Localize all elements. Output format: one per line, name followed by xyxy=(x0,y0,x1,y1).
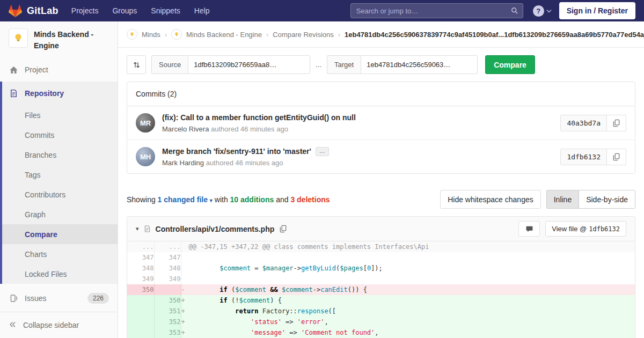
new-line-number[interactable]: ... xyxy=(154,241,181,252)
diff-line-marker: + xyxy=(181,327,189,338)
sidebar-item-commits[interactable]: Commits xyxy=(2,125,118,145)
swap-revisions-button[interactable] xyxy=(127,55,146,74)
commit-list: MR(fix): Call to a member function getEn… xyxy=(127,106,635,173)
breadcrumb-group[interactable]: Minds xyxy=(142,31,160,39)
old-line-number[interactable] xyxy=(127,327,154,338)
new-line-number[interactable]: 347 xyxy=(154,252,181,263)
old-line-number[interactable] xyxy=(127,317,154,327)
new-line-number[interactable]: 353 xyxy=(154,327,181,338)
commit-row: MR(fix): Call to a member function getEn… xyxy=(127,106,635,139)
commit-author-avatar: MH xyxy=(136,147,155,166)
sidebar-item-charts[interactable]: Charts xyxy=(2,244,118,264)
view-file-button[interactable]: View file @ 1dfb6132 xyxy=(545,221,626,237)
copy-sha-button[interactable] xyxy=(607,149,626,165)
commit-row: MHMerge branch 'fix/sentry-911' into 'ma… xyxy=(127,139,635,173)
old-line-number[interactable]: ... xyxy=(127,241,154,252)
new-line-number[interactable] xyxy=(154,284,181,295)
sidebar-item-files[interactable]: Files xyxy=(2,105,118,125)
new-line-number[interactable]: 351 xyxy=(154,306,181,317)
target-ref-input[interactable] xyxy=(361,55,478,74)
commit-title-link[interactable]: Merge branch 'fix/sentry-911' into 'mast… xyxy=(162,147,311,156)
old-line-number[interactable]: 349 xyxy=(127,274,154,284)
commit-author-link[interactable]: Marcelo Rivera xyxy=(162,125,209,133)
diff-line-add: 350+ if (!$comment) { xyxy=(127,295,635,306)
diff-line-ctx: 349349 xyxy=(127,274,635,284)
diff-line-content: + return Factory::response([ xyxy=(181,306,635,317)
sidebar-item-compare[interactable]: Compare xyxy=(2,224,118,244)
sidebar-item-branches[interactable]: Branches xyxy=(2,145,118,165)
group-avatar xyxy=(127,29,137,40)
old-line-number[interactable]: 348 xyxy=(127,263,154,274)
source-target-separator: ... xyxy=(316,61,321,69)
gitlab-tanuki-icon xyxy=(9,5,22,17)
collapse-sidebar-label: Collapse sidebar xyxy=(23,321,79,329)
diff-line-marker: - xyxy=(181,284,189,295)
sidebar-item-locked-files[interactable]: Locked Files xyxy=(2,264,118,284)
nav-projects[interactable]: Projects xyxy=(71,6,99,15)
sidebar-item-label: Project xyxy=(25,65,48,74)
nav-groups[interactable]: Groups xyxy=(112,6,137,15)
collapse-sidebar-button[interactable]: Collapse sidebar xyxy=(0,312,118,338)
diff-line-marker: + xyxy=(181,295,189,306)
copy-icon xyxy=(279,225,287,233)
compare-button[interactable]: Compare xyxy=(485,55,535,74)
old-line-number[interactable]: 347 xyxy=(127,252,154,263)
breadcrumb-project[interactable]: Minds Backend - Engine xyxy=(186,31,262,39)
with-label: with xyxy=(215,195,228,204)
help-menu[interactable]: ? xyxy=(533,5,552,17)
issues-count-badge: 226 xyxy=(87,293,109,304)
repo-subnav: FilesCommitsBranchesTagsContributorsGrap… xyxy=(2,105,118,284)
new-line-number[interactable]: 350 xyxy=(154,295,181,306)
inline-view-button[interactable]: Inline xyxy=(546,190,579,209)
diff-file-path[interactable]: Controllers/api/v1/comments.php xyxy=(156,225,275,233)
nav-help[interactable]: Help xyxy=(194,6,210,15)
diff-file-header: ▾ Controllers/api/v1/comments.php xyxy=(127,217,635,241)
search-input[interactable] xyxy=(350,3,523,18)
source-ref-input[interactable] xyxy=(188,55,310,74)
target-input-group: Target xyxy=(327,55,478,74)
collapse-diff-caret[interactable]: ▾ xyxy=(136,225,139,232)
additions-count: 10 additions xyxy=(230,195,274,204)
old-line-number[interactable] xyxy=(127,295,154,306)
sidebar-item-repository[interactable]: Repository xyxy=(2,82,118,105)
commit-sha: 1dfb6132 xyxy=(560,149,607,165)
new-line-number[interactable]: 352 xyxy=(154,317,181,327)
diff-line-content: + 'message' => 'Comment not found', xyxy=(181,327,635,338)
collapse-left-icon xyxy=(9,321,17,330)
hide-whitespace-button[interactable]: Hide whitespace changes xyxy=(440,190,541,209)
commits-panel: Commits (2) MR(fix): Call to a member fu… xyxy=(127,82,635,174)
compare-form: Source ... Target Compare xyxy=(127,55,635,74)
old-line-number[interactable] xyxy=(127,306,154,317)
diff-line-content: $comment = $manager->getByLuid($pages[0]… xyxy=(181,263,635,274)
main-content: Minds › Minds Backend - Engine › Compare… xyxy=(118,21,644,338)
sidebar-item-graph[interactable]: Graph xyxy=(2,204,118,224)
copy-file-path-button[interactable] xyxy=(279,225,287,233)
toggle-comments-button[interactable] xyxy=(518,221,540,237)
sidebar-project-header[interactable]: Minds Backend - Engine xyxy=(0,21,118,58)
sidebar-item-tags[interactable]: Tags xyxy=(2,165,118,185)
new-line-number[interactable]: 349 xyxy=(154,274,181,284)
changed-files-dropdown[interactable]: 1 changed file ▾ xyxy=(158,195,213,204)
global-search xyxy=(350,3,523,18)
old-line-number[interactable]: 350 xyxy=(127,284,154,295)
breadcrumb-section[interactable]: Compare Revisions xyxy=(273,31,333,39)
gitlab-wordmark: GitLab xyxy=(27,5,58,17)
issues-icon xyxy=(9,294,18,303)
sidebar-item-issues[interactable]: Issues 226 xyxy=(0,286,118,310)
sidebar-item-contributors[interactable]: Contributors xyxy=(2,185,118,204)
side-by-side-view-button[interactable]: Side-by-side xyxy=(579,190,635,209)
new-line-number[interactable]: 348 xyxy=(154,263,181,274)
commit-author-link[interactable]: Mark Harding xyxy=(162,159,204,167)
breadcrumb: Minds › Minds Backend - Engine › Compare… xyxy=(118,21,644,48)
expand-commit-message-button[interactable]: … xyxy=(316,147,329,156)
caret-down-icon: ▾ xyxy=(210,197,213,203)
gitlab-logo[interactable]: GitLab xyxy=(9,5,58,17)
sidebar-item-label: Issues xyxy=(25,294,46,303)
nav-snippets[interactable]: Snippets xyxy=(151,6,180,15)
help-icon: ? xyxy=(533,5,544,17)
sidebar-item-project[interactable]: Project xyxy=(0,58,118,82)
sign-in-register-button[interactable]: Sign in / Register xyxy=(559,2,635,19)
copy-sha-button[interactable] xyxy=(607,115,626,131)
diff-line-ctx: 348348 $comment = $manager->getByLuid($p… xyxy=(127,263,635,274)
commit-title-link[interactable]: (fix): Call to a member function getEnti… xyxy=(162,113,356,122)
